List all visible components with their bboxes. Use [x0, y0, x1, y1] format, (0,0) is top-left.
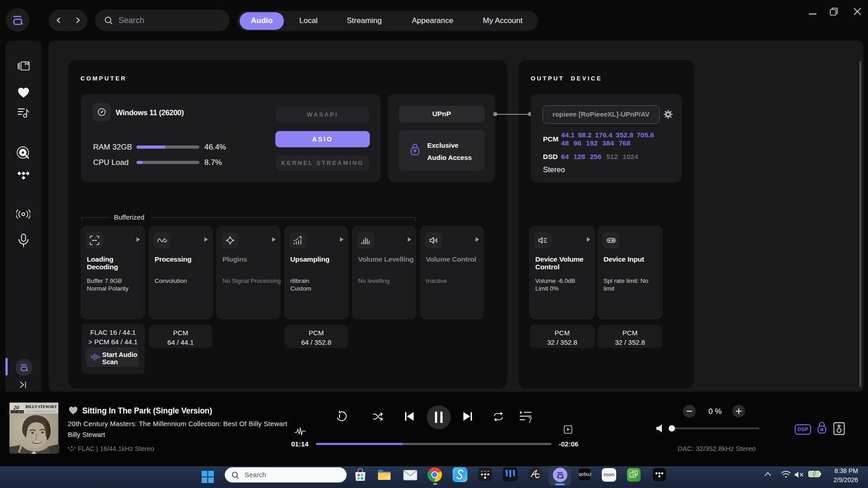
- svg-text:CENTURY MASTERS: CENTURY MASTERS: [9, 411, 25, 413]
- svg-text:THE MILLENNIUM COLLECTION: THE MILLENNIUM COLLECTION: [27, 411, 56, 413]
- svg-text:20: 20: [13, 404, 19, 411]
- svg-text:7: 7: [528, 417, 532, 424]
- svg-text:BILLY STEWART: BILLY STEWART: [26, 404, 57, 409]
